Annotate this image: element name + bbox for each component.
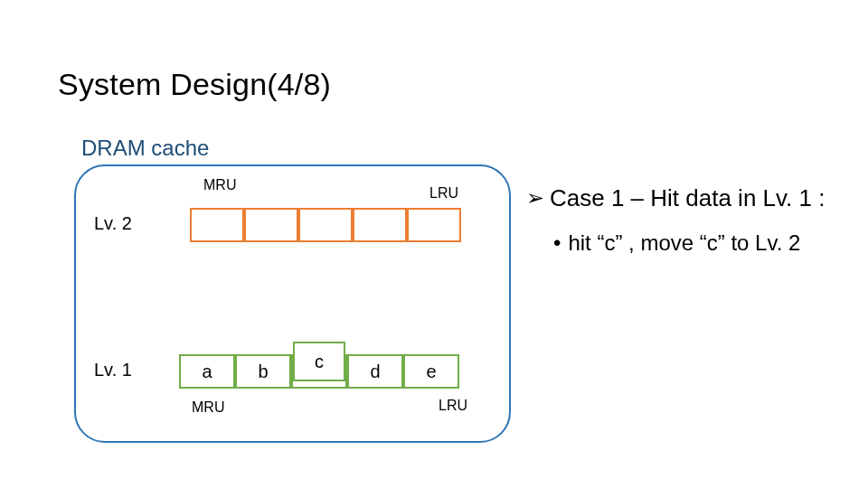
arrow-icon: ➢ (526, 184, 544, 211)
slide: System Design(4/8) DRAM cache MRU LRU Lv… (0, 0, 868, 488)
level-2-label: Lv. 2 (94, 213, 132, 234)
case-text: Case 1 – Hit data in Lv. 1 : (550, 184, 825, 212)
bullet-icon: • (553, 230, 561, 256)
lv1-cell-a: a (179, 354, 235, 389)
lv2-cell (298, 208, 353, 242)
mru-label-top: MRU (203, 177, 236, 193)
slide-subtitle: DRAM cache (81, 136, 209, 161)
lv1-cell-d: d (347, 354, 403, 389)
explanation-column: ➢ Case 1 – Hit data in Lv. 1 : • hit “c”… (526, 184, 852, 256)
case-line: ➢ Case 1 – Hit data in Lv. 1 : (526, 184, 852, 212)
hit-text: hit “c” , move “c” to Lv. 2 (568, 230, 800, 256)
mru-label-bottom: MRU (192, 399, 224, 416)
lv2-cell (190, 208, 244, 242)
slide-title: System Design(4/8) (58, 67, 331, 102)
lv1-cell-e: e (403, 354, 459, 389)
lv2-cell (353, 208, 407, 242)
highlighted-cell-c: c (293, 342, 345, 381)
hit-line: • hit “c” , move “c” to Lv. 2 (553, 230, 852, 256)
lru-label-bottom: LRU (439, 398, 467, 414)
level-1-label: Lv. 1 (94, 360, 132, 380)
lv2-cell (407, 208, 461, 242)
level-2-row (190, 208, 461, 242)
lv2-cell (244, 208, 298, 242)
lv1-cell-b: b (235, 354, 291, 389)
lru-label-top: LRU (429, 185, 458, 202)
